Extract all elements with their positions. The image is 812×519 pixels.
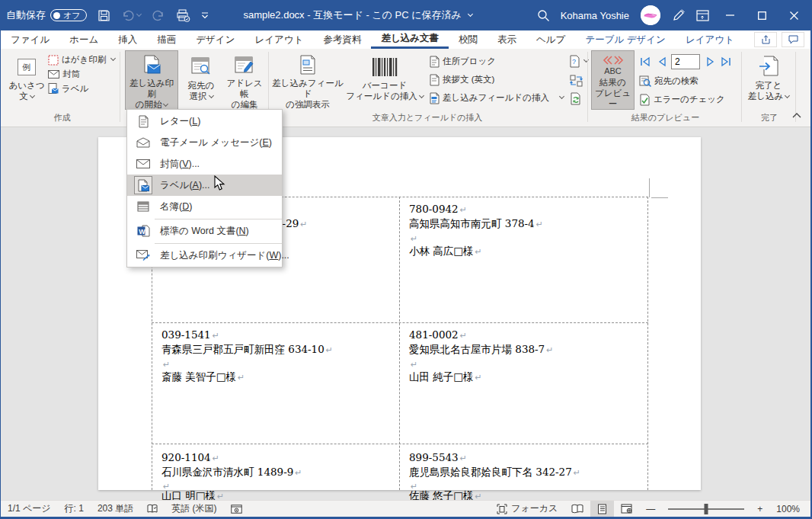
tab-review[interactable]: 校閲 xyxy=(449,30,488,49)
undo-button[interactable] xyxy=(116,0,146,30)
email-message-icon xyxy=(136,137,150,148)
greeting-label-2: 文 xyxy=(19,91,34,101)
zoom-slider[interactable] xyxy=(668,508,744,510)
tab-view[interactable]: 表示 xyxy=(488,30,526,49)
macro-record-button[interactable] xyxy=(224,501,249,517)
find-recipient-button[interactable]: 宛先の検索 xyxy=(639,74,699,88)
user-name[interactable]: Kohama Yoshie xyxy=(555,0,635,30)
zoom-out-button[interactable]: — xyxy=(639,501,662,517)
greeting-text-button[interactable]: 例 あいさつ 文 xyxy=(8,50,45,110)
word-document-icon: W xyxy=(137,225,150,237)
document-title[interactable]: sample2.docx - 互換モード - この PC に保存済み xyxy=(243,8,472,22)
last-record-button[interactable] xyxy=(718,54,734,69)
preview-results-abc-icon: ABC xyxy=(604,66,622,76)
next-record-button[interactable] xyxy=(703,54,718,69)
autosave-knob-icon xyxy=(53,12,60,19)
menu-item-letters[interactable]: レター(L) xyxy=(127,111,282,132)
tab-home[interactable]: ホーム xyxy=(59,30,108,49)
page-indicator[interactable]: 1/1 ページ xyxy=(1,501,58,517)
preview-results-button[interactable]: ABC 結果の プレビュー xyxy=(591,50,635,110)
finish-and-merge-button[interactable]: 完了と 差し込み xyxy=(745,50,792,110)
address-block-button[interactable]: 住所ブロック xyxy=(429,54,496,69)
qat-customize-button[interactable] xyxy=(196,0,214,30)
redo-icon xyxy=(152,9,165,21)
directory-icon xyxy=(137,201,149,212)
autosave-label: 自動保存 xyxy=(6,8,46,22)
web-layout-button[interactable] xyxy=(614,501,639,517)
maximize-button[interactable] xyxy=(746,0,778,30)
update-labels-button[interactable] xyxy=(570,91,581,106)
match-fields-button[interactable] xyxy=(570,73,583,88)
editing-mode-button[interactable] xyxy=(667,0,691,30)
mail-merge-wizard-icon xyxy=(136,250,150,261)
menu-separator xyxy=(155,219,282,219)
previous-record-icon xyxy=(657,56,667,67)
print-layout-button[interactable] xyxy=(590,501,614,517)
insert-barcode-field-button[interactable]: バーコード フィールドの挿入 xyxy=(345,50,424,110)
zoom-in-button[interactable]: + xyxy=(750,501,769,517)
line-indicator[interactable]: 行: 1 xyxy=(58,501,91,517)
redo-button[interactable] xyxy=(146,0,171,30)
autosave-toggle[interactable]: 自動保存 オフ xyxy=(1,0,92,30)
check-for-errors-button[interactable]: エラーのチェック xyxy=(639,92,725,107)
tab-insert[interactable]: 挿入 xyxy=(108,30,147,49)
tab-table-design[interactable]: テーブル デザイン xyxy=(575,30,676,49)
zoom-level[interactable]: 100% xyxy=(769,501,810,517)
hagaki-print-button[interactable]: はがき印刷 xyxy=(48,53,115,67)
record-number-input[interactable] xyxy=(671,54,700,69)
edit-recipient-list-label-1: アドレス帳 xyxy=(223,78,266,99)
tab-file[interactable]: ファイル xyxy=(1,30,59,49)
document-area[interactable]: 5-29↵ 780-0942↵ 高知県高知市南元町 378-4↵ ↵ 小林 高広… xyxy=(1,127,810,500)
menu-item-labels[interactable]: ラベル(A)... xyxy=(127,175,282,196)
labels-button[interactable]: ラベル xyxy=(48,82,88,96)
proofing-status-button[interactable] xyxy=(140,501,165,517)
tab-draw[interactable]: 描画 xyxy=(147,30,186,49)
insert-merge-field-button[interactable]: 差し込みフィールドの挿入 xyxy=(429,91,564,105)
tab-mailings[interactable]: 差し込み文書 xyxy=(371,30,449,49)
close-button[interactable] xyxy=(778,0,810,30)
save-button[interactable] xyxy=(92,0,116,30)
print-preview-button[interactable] xyxy=(171,0,196,30)
previous-record-button[interactable] xyxy=(654,54,670,69)
share-button[interactable] xyxy=(754,32,777,47)
menu-item-mail-merge-wizard[interactable]: 差し込み印刷ウィザード(W)... xyxy=(127,245,282,266)
close-icon xyxy=(790,11,798,20)
ribbon: 例 あいさつ 文 はがき印刷 封筒 ラベル 作成 差し込み印刷 の開始 xyxy=(1,49,810,127)
title-chevron-icon xyxy=(468,11,473,16)
focus-mode-button[interactable]: フォーカス xyxy=(490,501,564,517)
tab-layout[interactable]: レイアウト xyxy=(245,30,313,49)
language-indicator[interactable]: 英語 (米国) xyxy=(165,501,223,517)
highlight-merge-fields-button[interactable]: 差し込みフィールド の強調表示 xyxy=(272,50,344,110)
rules-button[interactable]: ? xyxy=(569,54,588,69)
tab-design[interactable]: デザイン xyxy=(186,30,245,49)
ribbon-display-options-button[interactable] xyxy=(691,0,714,30)
menu-item-normal-word-document[interactable]: W 標準の Word 文書(N) xyxy=(127,220,282,242)
comments-button[interactable] xyxy=(782,32,804,47)
tab-help[interactable]: ヘルプ xyxy=(526,30,575,49)
first-record-button[interactable] xyxy=(638,54,653,69)
tab-references[interactable]: 参考資料 xyxy=(313,30,371,49)
menu-item-envelopes[interactable]: 封筒(V)... xyxy=(127,153,282,175)
table-border xyxy=(152,444,648,444)
search-button[interactable] xyxy=(532,0,555,30)
menu-item-email-messages[interactable]: 電子メール メッセージ(E) xyxy=(127,132,282,153)
menu-item-directory[interactable]: 名簿(D) xyxy=(127,196,282,217)
collapse-ribbon-button[interactable] xyxy=(792,113,801,118)
envelopes-button[interactable]: 封筒 xyxy=(48,67,80,82)
pen-icon xyxy=(672,8,686,22)
word-count[interactable]: 203 単語 xyxy=(91,501,140,517)
read-mode-button[interactable] xyxy=(564,501,590,517)
start-mail-merge-menu: レター(L) 電子メール メッセージ(E) 封筒(V)... ラベル(A)...… xyxy=(126,109,283,268)
select-recipients-button[interactable]: 宛先の 選択 xyxy=(181,50,222,110)
avatar[interactable] xyxy=(641,5,660,25)
zoom-slider-thumb[interactable] xyxy=(705,504,708,514)
tab-table-layout[interactable]: レイアウト xyxy=(676,30,744,49)
greeting-line-button[interactable]: 挨拶文 (英文) xyxy=(429,72,494,87)
autosave-switch[interactable]: オフ xyxy=(50,9,87,21)
start-mail-merge-button[interactable]: 差し込み印刷 の開始 xyxy=(125,50,178,110)
comment-icon xyxy=(788,35,798,44)
edit-recipient-list-button[interactable]: アドレス帳 の編集 xyxy=(223,50,266,110)
share-icon xyxy=(761,35,771,45)
avatar-scribble-icon xyxy=(641,5,660,25)
minimize-button[interactable] xyxy=(714,0,746,30)
